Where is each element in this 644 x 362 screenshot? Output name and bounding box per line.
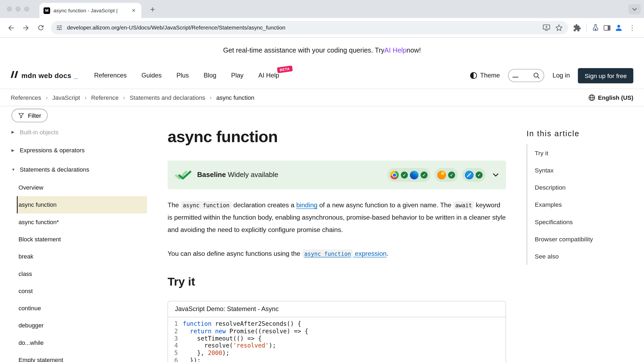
beaker-icon[interactable] xyxy=(591,24,600,32)
breadcrumb-javascript[interactable]: JavaScript xyxy=(46,94,80,101)
search-icon xyxy=(533,72,540,79)
forward-arrow-icon xyxy=(22,24,30,32)
language-selector[interactable]: English (US) xyxy=(588,94,633,101)
sidebar-item-debugger[interactable]: debugger xyxy=(17,317,147,334)
profile-avatar-icon[interactable] xyxy=(614,23,623,32)
mdn-favicon-icon: M xyxy=(43,7,50,14)
sidebar-item-block-statement[interactable]: Block statement xyxy=(17,231,147,248)
mdn-logo[interactable]: mdn web docs_ xyxy=(11,71,78,80)
collapsed-triangle-icon: ▶ xyxy=(12,148,16,152)
nav-plus[interactable]: Plus xyxy=(176,72,189,79)
toolbar-actions: ⋮ xyxy=(571,23,640,32)
tab-search-button[interactable] xyxy=(628,4,641,14)
side-panel-icon[interactable] xyxy=(603,24,611,32)
toc-item-syntax[interactable]: Syntax xyxy=(527,161,636,179)
toc-item-see-also[interactable]: See also xyxy=(527,248,636,265)
extensions-icon[interactable] xyxy=(573,24,581,32)
edge-icon xyxy=(410,171,419,179)
nav-guides[interactable]: Guides xyxy=(141,72,162,79)
sidebar-item-overview[interactable]: Overview xyxy=(17,179,147,196)
tab-close-icon[interactable]: × xyxy=(130,7,137,14)
zoom-window-button[interactable] xyxy=(24,6,29,11)
toc-item-description[interactable]: Description xyxy=(527,179,636,196)
toolbar-separator xyxy=(586,24,587,32)
second-paragraph: You can also define async functions usin… xyxy=(167,248,506,260)
browser-menu-icon[interactable]: ⋮ xyxy=(626,23,638,32)
toc-item-try-it[interactable]: Try it xyxy=(527,144,636,161)
toc-item-examples[interactable]: Examples xyxy=(527,196,636,213)
sidebar-section-label: Statements & declarations xyxy=(20,166,89,172)
forward-button[interactable] xyxy=(19,21,33,35)
line-number: 4 xyxy=(168,342,183,350)
nav-blog[interactable]: Blog xyxy=(204,72,216,79)
line-number: 2 xyxy=(168,328,183,335)
search-input[interactable] xyxy=(508,69,544,82)
close-window-button[interactable] xyxy=(7,6,12,11)
table-of-contents: In this article Try it Syntax Descriptio… xyxy=(526,106,644,362)
toc-heading: In this article xyxy=(526,129,636,138)
check-icon: ✓ xyxy=(401,171,408,178)
install-icon[interactable] xyxy=(542,23,551,32)
sidebar-item-do-while[interactable]: do...while xyxy=(17,334,147,351)
filter-label: Filter xyxy=(28,112,41,119)
code-line: 2 return new Promise((resolve) => { xyxy=(168,328,506,335)
sidebar-item-const[interactable]: const xyxy=(17,282,147,300)
browser-window: M async function - JavaScript | × + deve… xyxy=(0,0,644,362)
signup-button[interactable]: Sign up for free xyxy=(578,68,633,83)
sidebar-item-async-function-star[interactable]: async function* xyxy=(17,213,147,231)
browser-tab[interactable]: M async function - JavaScript | × xyxy=(39,3,141,18)
try-it-heading: Try it xyxy=(167,275,506,289)
inline-code: async function xyxy=(181,201,231,209)
url-bar[interactable]: developer.allizom.org/en-US/docs/Web/Jav… xyxy=(51,21,568,35)
breadcrumb-references[interactable]: References xyxy=(11,94,41,101)
sidebar-item-async-function[interactable]: async function xyxy=(17,196,147,213)
chevron-down-icon[interactable] xyxy=(493,173,499,177)
bookmark-star-icon[interactable] xyxy=(555,24,563,32)
new-tab-button[interactable]: + xyxy=(147,4,158,15)
sidebar-item-class[interactable]: class xyxy=(17,265,147,282)
toc-item-browser-compatibility[interactable]: Browser compatibility xyxy=(527,230,636,248)
url-text: developer.allizom.org/en-US/docs/Web/Jav… xyxy=(67,25,538,31)
filter-button[interactable]: Filter xyxy=(12,109,48,123)
nav-ai-help[interactable]: AI HelpBETA xyxy=(258,72,279,79)
support-pill-safari: ✓ xyxy=(462,168,485,182)
chevron-down-icon xyxy=(632,8,637,11)
breadcrumb-statements[interactable]: Statements and declarations xyxy=(123,94,205,101)
search-cursor xyxy=(513,77,518,77)
line-number: 1 xyxy=(168,320,183,328)
sidebar-section-expressions[interactable]: ▶ Expressions & operators xyxy=(12,140,147,160)
code-editor[interactable]: 1 function resolveAfter2Seconds() { 2 re… xyxy=(168,317,506,362)
breadcrumb: References JavaScript Reference Statemen… xyxy=(11,94,588,101)
demo-title: JavaScript Demo: Statement - Async xyxy=(168,301,506,317)
nav-play[interactable]: Play xyxy=(231,72,243,79)
main-nav: References Guides Plus Blog Play AI Help… xyxy=(94,72,279,79)
code-line: 3 setTimeout(() => { xyxy=(168,335,506,342)
sidebar-item-built-in-objects[interactable]: ▶ Built-in objects xyxy=(12,124,147,140)
ai-help-link[interactable]: AI Help xyxy=(384,46,407,54)
sidebar-section-statements[interactable]: ▼ Statements & declarations xyxy=(12,160,147,179)
toc-item-specifications[interactable]: Specifications xyxy=(527,213,636,230)
sidebar-section-label: Expressions & operators xyxy=(20,147,85,153)
support-pill-firefox: ✓ xyxy=(434,168,458,182)
breadcrumb-bar: References JavaScript Reference Statemen… xyxy=(0,89,644,106)
code-line: 1 function resolveAfter2Seconds() { xyxy=(168,320,506,328)
tune-icon[interactable] xyxy=(56,24,63,31)
logo-text: mdn web docs xyxy=(21,72,71,80)
reload-button[interactable] xyxy=(34,21,48,35)
nav-references[interactable]: References xyxy=(94,72,127,79)
minimize-window-button[interactable] xyxy=(16,6,20,11)
login-link[interactable]: Log in xyxy=(552,72,570,79)
breadcrumb-reference[interactable]: Reference xyxy=(85,94,119,101)
sidebar-item-continue[interactable]: continue xyxy=(17,300,147,317)
sidebar-item-break[interactable]: break xyxy=(17,248,147,265)
back-button[interactable] xyxy=(4,21,18,35)
line-number: 3 xyxy=(168,335,183,342)
sidebar-item-empty-statement[interactable]: Empty statement xyxy=(17,351,147,362)
header-actions: Theme Log in Sign up for free xyxy=(470,68,633,83)
interactive-demo: JavaScript Demo: Statement - Async 1 fun… xyxy=(167,301,506,362)
binding-link[interactable]: binding xyxy=(296,202,317,209)
sidebar-links: Overview async function async function* … xyxy=(17,179,147,362)
async-function-expression-link[interactable]: async function expression xyxy=(302,250,387,257)
theme-toggle[interactable]: Theme xyxy=(470,72,500,79)
check-icon: ✓ xyxy=(420,171,427,178)
